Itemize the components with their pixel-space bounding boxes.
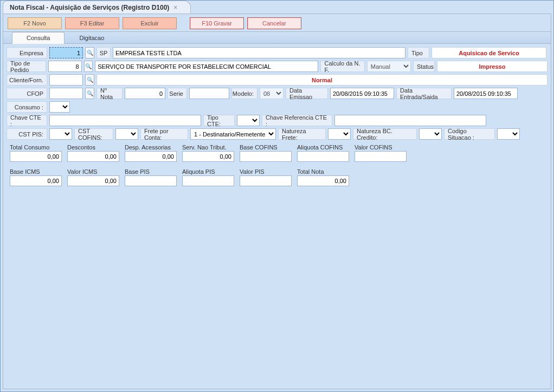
label-base-icms: Base ICMS (10, 168, 62, 175)
base-pis-input[interactable] (125, 175, 177, 186)
status-box: Impresso (437, 61, 547, 72)
chave-cte-input[interactable] (49, 115, 201, 126)
label-cliente-forn: Cliente/Forn. (7, 74, 47, 86)
label-aliquota-cofins: Aliquota COFINS (297, 144, 349, 151)
label-tipo-pedido: Tipo de Pedido (7, 61, 46, 72)
form-area: Empresa 🔍 SP Tipo Aquisicao de Servico T… (3, 44, 551, 192)
valor-pis-input[interactable] (240, 175, 292, 186)
data-entrada-input[interactable] (454, 88, 518, 99)
tipo-box: Aquisicao de Servico (431, 47, 546, 58)
editar-button[interactable]: F3 Editar (65, 17, 119, 29)
natureza-bc-select[interactable] (419, 128, 442, 140)
label-serie: Serie (168, 88, 187, 99)
label-tipo: Tipo (408, 47, 429, 58)
natureza-frete-select[interactable] (328, 128, 351, 140)
tipo-pedido-lookup-icon[interactable]: 🔍 (84, 61, 93, 72)
cst-cofins-select[interactable] (115, 128, 138, 140)
label-cst-pis: CST PIS: (7, 128, 47, 140)
base-cofins-input[interactable] (240, 151, 292, 162)
label-data-emissao: Data Emissao (286, 88, 328, 99)
modelo-select[interactable]: 08 (260, 88, 284, 99)
desp-acessorias-input[interactable] (125, 151, 177, 162)
tab-strip: Consulta Digitacao (3, 32, 551, 44)
data-emissao-input[interactable] (330, 88, 394, 99)
label-cst-cofins: CST COFINS: (74, 128, 113, 140)
label-modelo: Modelo: (231, 88, 257, 99)
tab-digitacao[interactable]: Digitacao (65, 32, 119, 43)
label-num-nota: Nº Nota (96, 88, 123, 99)
label-desp-acessorias: Desp. Acessorias (125, 144, 177, 151)
excluir-button[interactable]: Excluir (123, 17, 177, 29)
consumo-select[interactable] (49, 101, 70, 113)
cliente-forn-input[interactable] (49, 74, 83, 86)
novo-button[interactable]: F2 Novo (8, 17, 62, 29)
tipo-cte-select[interactable] (237, 115, 260, 126)
aliquota-cofins-input[interactable] (297, 151, 349, 162)
label-base-pis: Base PIS (125, 168, 177, 175)
serie-input[interactable] (189, 88, 229, 99)
total-consumo-input[interactable] (10, 151, 62, 162)
label-total-nota: Total Nota (297, 168, 349, 175)
label-status: Status (413, 61, 435, 72)
aliquota-pis-input[interactable] (182, 175, 234, 186)
cfop-input[interactable] (49, 88, 83, 99)
label-base-cofins: Base COFINS (240, 144, 292, 151)
label-tipo-cte: Tipo CTE: (203, 115, 235, 126)
empresa-id-input[interactable] (49, 47, 83, 58)
label-aliquota-pis: Aliquota PIS (182, 168, 234, 175)
empresa-uf: SP (96, 47, 111, 58)
content-pane: F2 Novo F3 Editar Excluir F10 Gravar Can… (3, 14, 551, 389)
window-title: Nota Fiscal - Aquisição de Serviços (Reg… (10, 4, 169, 11)
close-icon[interactable]: × (173, 4, 177, 11)
window-title-tab: Nota Fiscal - Aquisição de Serviços (Reg… (3, 1, 191, 14)
label-data-entrada: Data Entrada/Saida (396, 88, 452, 99)
total-nota-input[interactable] (297, 175, 349, 186)
frete-conta-select[interactable]: 1 - Destinatario/Remetente (190, 128, 276, 140)
tab-consulta[interactable]: Consulta (12, 32, 65, 44)
gravar-button[interactable]: F10 Gravar (190, 17, 244, 29)
valor-icms-input[interactable] (67, 175, 119, 186)
label-frete-conta: Frete por Conta: (140, 128, 188, 140)
base-icms-input[interactable] (10, 175, 62, 186)
calculo-nf-select[interactable]: Manual (367, 61, 411, 72)
app-window: Nota Fiscal - Aquisição de Serviços (Reg… (0, 0, 554, 392)
descontos-input[interactable] (67, 151, 119, 162)
label-valor-cofins: Valor COFINS (355, 144, 407, 151)
label-natureza-bc: Natureza BC. Credito: (353, 128, 417, 140)
totals-grid: Total Consumo Descontos Desp. Acessorias… (7, 142, 547, 188)
label-natureza-frete: Natureza Frete: (278, 128, 326, 140)
num-nota-input[interactable] (125, 88, 165, 99)
label-cfop: CFOP (7, 88, 47, 99)
label-descontos: Descontos (67, 144, 119, 151)
label-consumo: Consumo : (7, 101, 47, 113)
label-valor-icms: Valor ICMS (67, 168, 119, 175)
cliente-forn-lookup-icon[interactable]: 🔍 (85, 74, 94, 86)
label-total-consumo: Total Consumo (10, 144, 62, 151)
label-serv-nao-tribut: Serv. Nao Tribut. (182, 144, 234, 151)
toolbar: F2 Novo F3 Editar Excluir F10 Gravar Can… (3, 14, 551, 32)
label-codigo-situacao: Codigo Situacao : (444, 128, 495, 140)
cliente-forn-status: Normal (96, 74, 547, 86)
label-calculo-nf: Calculo da N. F. (320, 61, 364, 72)
serv-nao-tribut-input[interactable] (182, 151, 234, 162)
chave-ref-cte-input[interactable] (334, 115, 486, 126)
valor-cofins-input[interactable] (355, 151, 407, 162)
label-chave-ref-cte: Chave Referencia CTE : (262, 115, 332, 126)
tipo-pedido-desc-input[interactable] (95, 61, 318, 72)
cfop-lookup-icon[interactable]: 🔍 (85, 88, 94, 99)
label-valor-pis: Valor PIS (240, 168, 292, 175)
cst-pis-select[interactable] (49, 128, 72, 140)
tipo-pedido-id-input[interactable] (48, 61, 82, 72)
codigo-situacao-select[interactable] (497, 128, 520, 140)
label-chave-cte: Chave CTE : (7, 115, 47, 126)
cancelar-button[interactable]: Cancelar (247, 17, 301, 29)
label-empresa: Empresa (7, 47, 47, 58)
empresa-lookup-icon[interactable]: 🔍 (85, 47, 94, 58)
empresa-nome-input[interactable] (113, 47, 405, 58)
